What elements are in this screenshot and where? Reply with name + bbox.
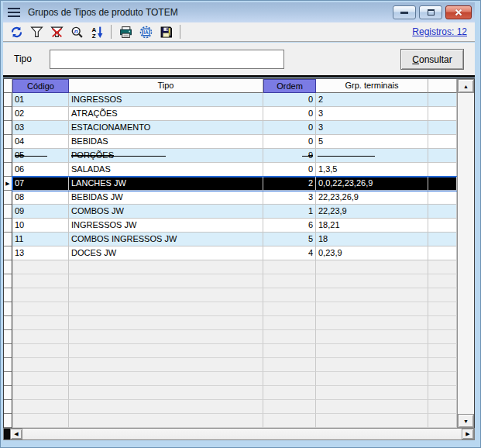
row-cells (12, 260, 457, 274)
row-indicator (4, 260, 12, 274)
sort-button[interactable]: A Z (87, 23, 107, 40)
row-cells (12, 316, 457, 330)
scroll-up-button[interactable]: ▲ (458, 79, 474, 93)
table-row[interactable]: 11COMBOS INGRESSOS JW518 (4, 233, 457, 246)
cell-grp-terminais-text: 22,23,26,9 (318, 192, 359, 202)
tipo-input[interactable] (50, 50, 284, 69)
empty-cell (316, 274, 428, 288)
table-row[interactable]: 04BEBIDAS05 (4, 135, 457, 149)
table-row[interactable]: 08BEBIDAS JW322,23,26,9 (4, 191, 457, 205)
table-row[interactable]: 01INGRESSOS02 (4, 93, 457, 107)
cell-grp-terminais: 22,23,26,9 (316, 191, 428, 205)
cell-codigo: 05 (12, 149, 69, 163)
row-cells: 06SALADAS01,3,5 (12, 163, 457, 177)
filter-icon (30, 26, 43, 39)
empty-cell (428, 400, 457, 414)
empty-cell (428, 344, 457, 358)
print-button[interactable] (115, 23, 136, 40)
row-indicator (4, 219, 12, 233)
cell-tipo: LANCHES JW (69, 177, 263, 191)
cell-codigo-text: 03 (15, 122, 24, 132)
cell-tipo-text: PORÇÕES (71, 150, 114, 160)
consultar-button[interactable]: Consultar (400, 49, 464, 70)
table-row[interactable]: ▶07LANCHES JW20,0,22,23,26,9 (4, 177, 457, 191)
cell-tipo: SALADAS (69, 163, 263, 177)
column-header-codigo[interactable]: Código (12, 79, 69, 93)
cell-tipo-text: COMBOS INGRESSOS JW (71, 234, 177, 243)
cell-tipo-text: SALADAS (71, 164, 111, 174)
row-cells: 02ATRAÇÕES03 (12, 107, 457, 121)
svg-text:n: n (74, 27, 77, 34)
table-row[interactable]: 06SALADAS01,3,5 (4, 163, 457, 177)
scroll-left-button[interactable]: ◀ (10, 429, 22, 439)
empty-cell (428, 274, 457, 288)
empty-cell (263, 288, 316, 302)
cell-tipo: ATRAÇÕES (69, 107, 263, 121)
records-count-link[interactable]: Registros: 12 (412, 26, 467, 37)
cell-tipo: BEBIDAS (69, 135, 263, 149)
cell-codigo-text: 01 (15, 95, 24, 104)
cell-ordem-text: 0 (308, 122, 313, 132)
column-header-grp[interactable]: Grp. terminais (316, 79, 428, 93)
cell-tipo-text: ATRAÇÕES (71, 109, 118, 118)
scroll-right-button[interactable]: ▶ (462, 429, 474, 439)
row-cells (12, 372, 457, 386)
scroll-down-button[interactable]: ▼ (458, 414, 474, 428)
cell-tipo: BEBIDAS JW (69, 191, 263, 205)
grid: CódigoTipoOrdemGrp. terminais01INGRESSOS… (3, 78, 475, 428)
empty-cell (12, 288, 69, 302)
maximize-button[interactable] (419, 5, 442, 19)
table-row[interactable]: 13DOCES JW40,23,9 (4, 246, 457, 260)
row-indicator (4, 93, 12, 107)
clear-filter-button[interactable] (46, 23, 67, 40)
cell-tipo: INGRESSOS (69, 93, 263, 107)
column-header-tipo[interactable]: Tipo (69, 79, 263, 93)
table-row[interactable]: 05PORÇÕES9 (4, 149, 457, 163)
empty-cell (263, 274, 316, 288)
save-icon (160, 26, 173, 39)
column-header-grp-text: Grp. terminais (345, 81, 398, 90)
empty-cell (316, 260, 428, 274)
minimize-button[interactable] (393, 5, 416, 19)
cell-ordem: 0 (263, 93, 316, 107)
row-cells: 04BEBIDAS05 (12, 135, 457, 149)
empty-cell (263, 302, 316, 316)
row-indicator (4, 246, 12, 260)
table-row[interactable]: 09COMBOS JW122,23,9 (4, 205, 457, 219)
row-cells: 08BEBIDAS JW322,23,26,9 (12, 191, 457, 205)
refresh-button[interactable] (6, 23, 26, 40)
cell-codigo: 02 (12, 107, 69, 121)
maximize-icon (428, 9, 435, 16)
search-button[interactable]: n (67, 23, 87, 40)
hamburger-menu-icon[interactable] (8, 5, 25, 19)
row-cells (12, 344, 457, 358)
row-indicator (4, 191, 12, 205)
cell-ordem: 6 (263, 219, 316, 233)
toolbar: n A Z IA (3, 22, 475, 42)
horizontal-scrollbar[interactable]: ◀ ▶ (3, 428, 475, 440)
save-button[interactable] (156, 23, 176, 40)
vertical-scrollbar-track[interactable] (458, 93, 474, 414)
clear-filter-icon (50, 26, 64, 39)
empty-row (4, 344, 457, 358)
cell-filler (428, 107, 457, 121)
panel-divider (3, 75, 475, 78)
empty-row (4, 302, 457, 316)
cell-grp-terminais-text: 3 (318, 109, 323, 118)
row-cells (12, 274, 457, 288)
close-button[interactable] (445, 5, 472, 19)
grid-rows: CódigoTipoOrdemGrp. terminais01INGRESSOS… (4, 79, 457, 428)
window-controls (393, 5, 472, 19)
cell-ordem: 9 (263, 149, 316, 163)
cell-tipo-text: INGRESSOS JW (71, 220, 136, 229)
vertical-scrollbar[interactable]: ▲ ▼ (457, 79, 474, 428)
empty-row (4, 274, 457, 288)
table-row[interactable]: 02ATRAÇÕES03 (4, 107, 457, 121)
column-header-ordem[interactable]: Ordem (263, 79, 316, 93)
row-cells: 01INGRESSOS02 (12, 93, 457, 107)
horizontal-scrollbar-track[interactable] (22, 429, 462, 439)
table-row[interactable]: 03ESTACIONAMENTO03 (4, 121, 457, 135)
filter-button[interactable] (26, 23, 46, 40)
ia-chip-button[interactable]: IA (136, 23, 156, 40)
table-row[interactable]: 10INGRESSOS JW618,21 (4, 219, 457, 233)
